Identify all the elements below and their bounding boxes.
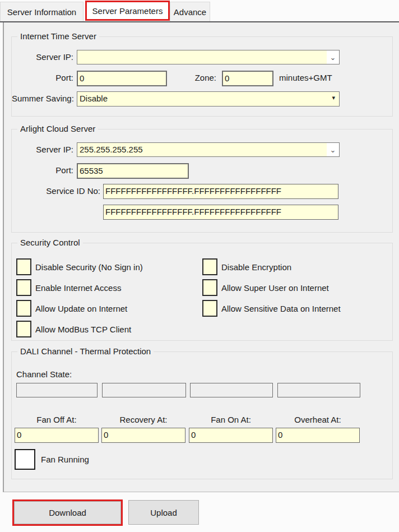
combo-value <box>77 50 327 64</box>
dropdown-arrow-icon[interactable]: ▾ <box>332 94 335 101</box>
minutes-gmt-label: minutes+GMT <box>279 73 332 82</box>
group-title: Internet Time Server <box>17 31 99 41</box>
service-id-label: Service ID No: <box>12 186 100 196</box>
combo-value: Disable <box>77 92 339 106</box>
channel-state-label: Channel State: <box>16 369 72 379</box>
channel-state-field-1 <box>16 383 98 397</box>
checkbox-label: Disable Encryption <box>221 262 291 272</box>
tab-server-information[interactable]: Server Information <box>0 2 83 21</box>
server-parameters-page: Server Information Server Parameters Adv… <box>0 0 399 532</box>
port-label: Port: <box>12 73 73 82</box>
download-button[interactable]: Download <box>14 501 121 524</box>
checkbox-allow-update-on-internet[interactable] <box>16 300 31 317</box>
group-title: Security Control <box>17 238 83 247</box>
combo-value: 255.255.255.255 <box>77 143 327 156</box>
checkbox-disable-encryption[interactable] <box>202 258 217 275</box>
recovery-at-label: Recovery At: <box>101 415 185 424</box>
checkbox-label: Allow Sensitive Data on Internet <box>221 304 341 313</box>
overheat-at-input[interactable]: 0 <box>276 428 360 443</box>
time-port-input[interactable]: 0 <box>77 71 167 86</box>
recovery-at-input[interactable]: 0 <box>101 428 185 443</box>
chevron-down-icon[interactable]: ⌄ <box>327 143 339 156</box>
checkbox-allow-super-user[interactable] <box>202 279 217 296</box>
time-server-ip-combobox[interactable]: ⌄ <box>77 50 340 64</box>
service-id-input-2[interactable]: FFFFFFFFFFFFFFFFF.FFFFFFFFFFFFFFFFF <box>103 205 338 220</box>
group-security-control: Security Control Disable Security (No Si… <box>11 243 393 341</box>
tab-label: Server Information <box>7 7 76 17</box>
port-label: Port: <box>12 165 73 175</box>
group-arlight-cloud-server: Arlight Cloud Server Server IP: 255.255.… <box>11 129 393 233</box>
checkbox-enable-internet-access[interactable] <box>16 279 31 296</box>
checkbox-allow-sensitive-data[interactable] <box>202 300 217 317</box>
overheat-at-label: Overheat At: <box>276 415 360 424</box>
checkbox-label: Allow Super User on Internet <box>221 283 329 293</box>
summer-saving-label: Summer Saving: <box>12 94 73 103</box>
cloud-server-ip-combobox[interactable]: 255.255.255.255 ⌄ <box>77 142 340 157</box>
group-title: Arlight Cloud Server <box>17 124 98 133</box>
checkbox-fan-running[interactable] <box>15 449 35 470</box>
checkbox-label: Allow ModBus TCP Client <box>35 325 131 334</box>
fan-running-label: Fan Running <box>41 455 89 464</box>
channel-state-field-2 <box>102 383 186 397</box>
cloud-port-input[interactable]: 65535 <box>77 163 189 179</box>
service-id-input-1[interactable]: FFFFFFFFFFFFFFFFF.FFFFFFFFFFFFFFFFF <box>103 184 338 199</box>
summer-saving-dropdown[interactable]: Disable ▾ <box>77 91 340 107</box>
chevron-down-icon[interactable]: ⌄ <box>327 50 339 64</box>
group-dali-thermal-protection: DALI Channel - Thermal Protection Channe… <box>11 351 393 479</box>
checkbox-label: Enable Internet Access <box>35 283 121 293</box>
group-title: DALI Channel - Thermal Protection <box>17 346 154 356</box>
server-ip-label: Server IP: <box>12 145 73 154</box>
checkbox-allow-modbus-tcp-client[interactable] <box>16 321 31 337</box>
fan-off-at-label: Fan Off At: <box>15 415 99 424</box>
tab-label: Advance <box>174 7 206 17</box>
tab-server-parameters[interactable]: Server Parameters <box>85 1 170 21</box>
checkbox-disable-security[interactable] <box>16 258 31 275</box>
fan-on-at-input[interactable]: 0 <box>189 428 273 443</box>
zone-label: Zone: <box>169 73 216 82</box>
tab-advance[interactable]: Advance <box>170 2 210 21</box>
server-ip-label: Server IP: <box>12 52 73 62</box>
zone-input[interactable]: 0 <box>222 71 273 86</box>
checkbox-label: Allow Update on Internet <box>35 304 127 313</box>
group-internet-time-server: Internet Time Server Server IP: ⌄ Port: … <box>11 36 393 117</box>
download-annotation-box: Download <box>12 499 123 526</box>
channel-state-field-4 <box>277 383 360 397</box>
fan-on-at-label: Fan On At: <box>189 415 273 424</box>
tab-label: Server Parameters <box>92 6 163 16</box>
fan-off-at-input[interactable]: 0 <box>15 428 99 443</box>
checkbox-label: Disable Security (No Sign in) <box>35 262 143 272</box>
channel-state-field-3 <box>190 383 273 397</box>
upload-button[interactable]: Upload <box>128 500 199 525</box>
